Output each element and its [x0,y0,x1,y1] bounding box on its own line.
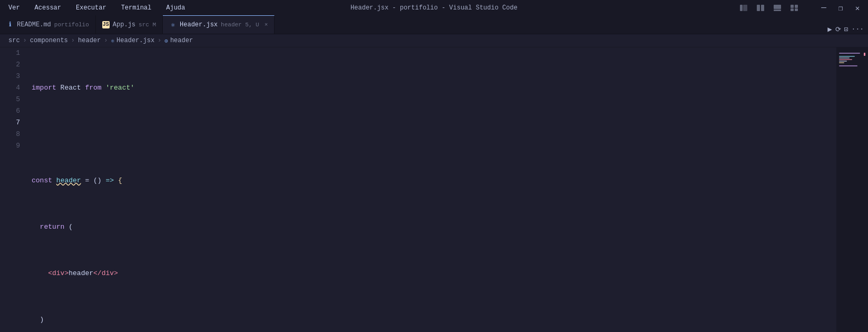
token-space-6 [64,221,69,233]
preview-icon[interactable]: ⟳ [835,25,841,34]
code-line-5: <div> header </div> [32,268,831,279]
minimap-line-7 [839,62,844,63]
svg-rect-6 [791,5,794,8]
svg-rect-0 [740,5,743,11]
tab-bar: ℹ README.md portifolio JS App.js src M ⚛… [0,16,868,34]
token-space-2 [102,82,106,94]
code-line-3: const header = () => { [32,175,831,187]
tab-headerjsx-sublabel: header 5, U [221,22,259,28]
token-react-str: 'react' [105,82,134,94]
token-space-5 [114,175,118,187]
minimap[interactable] [836,47,868,332]
tab-appjs[interactable]: JS App.js src M [96,15,163,34]
line-num-1: 1 [0,47,20,59]
breadcrumb-sep-1: › [23,37,27,44]
breadcrumb-sep-3: › [104,37,108,44]
token-import: import [32,82,56,94]
menu-executar[interactable]: Executar [73,3,110,13]
js-icon: JS [102,21,110,28]
token-space-3 [52,175,56,187]
tab-appjs-sublabel: src M [139,22,156,28]
token-eq: = [81,175,93,187]
minimap-line-1 [839,53,860,54]
token-div-open: <div> [48,268,69,279]
close-button[interactable]: ✕ [852,3,863,13]
window-controls[interactable]: — ❐ ✕ [738,3,863,13]
line-num-3: 3 [0,71,20,82]
tab-headerjsx[interactable]: ⚛ Header.jsx header 5, U × [163,15,275,34]
line-num-9: 9 [0,140,20,152]
minimap-error-indicator [864,53,865,56]
svg-rect-5 [774,9,781,11]
token-header-def: header [56,175,81,187]
token-indent-6 [32,314,40,326]
minimap-content [839,53,865,67]
svg-rect-4 [774,5,781,9]
main-area: 1 2 3 4 5 6 7 8 9 import React from 'rea… [0,47,868,332]
line-num-8: 8 [0,129,20,140]
line-num-6: 6 [0,105,20,117]
token-return: return [40,221,65,233]
minimap-line-4 [839,57,850,58]
line-num-7: 7 [0,117,20,129]
run-icon[interactable]: ▶ [827,25,832,34]
minimap-line-5 [839,59,852,60]
code-line-1: import React from 'react' [32,82,831,94]
readme-icon: ℹ [6,21,14,28]
tab-close-button[interactable]: × [265,22,268,28]
split-editor-icon[interactable]: ⊡ [844,25,849,34]
panel-toggle-icon[interactable] [772,3,783,13]
breadcrumb-file[interactable]: Header.jsx [116,37,154,44]
minimap-line-3 [839,56,855,57]
svg-rect-1 [743,5,747,11]
line-num-5: 5 [0,94,20,105]
menu-acessar[interactable]: Acessar [32,3,64,13]
title-bar: Ver Acessar Executar Terminal Ajuda Head… [0,0,868,16]
token-const: const [32,175,52,187]
breadcrumb-components[interactable]: components [30,37,68,44]
line-numbers: 1 2 3 4 5 6 7 8 9 [0,47,26,332]
more-actions-icon[interactable]: ··· [852,25,864,33]
svg-rect-8 [791,8,794,11]
breadcrumb-symbol[interactable]: header [170,37,193,44]
token-indent-5 [32,268,48,279]
menu-terminal[interactable]: Terminal [118,3,155,13]
svg-rect-3 [761,5,764,11]
layout-menu-icon[interactable] [789,3,799,13]
line-num-2: 2 [0,59,20,71]
token-div-close: </div> [93,268,118,279]
token-arrow: => [105,175,114,187]
token-div-content: header [69,268,93,279]
token-indent-4 [32,221,40,233]
code-line-4: return ( [32,221,831,233]
tab-appjs-label: App.js [113,21,135,28]
token-close-paren: ) [40,314,44,326]
menu-ajuda[interactable]: Ajuda [163,3,188,13]
line-num-4: 4 [0,82,20,94]
code-area[interactable]: import React from 'react' const header =… [26,47,836,332]
minimap-line-6 [839,61,847,62]
tab-readme[interactable]: ℹ README.md portifolio [0,15,96,34]
token-open-brace: { [118,175,122,187]
minimize-button[interactable]: — [818,3,829,13]
jsx-icon: ⚛ [169,21,177,28]
svg-rect-2 [757,5,760,11]
menu-ver[interactable]: Ver [5,3,23,13]
breadcrumb-symbol-icon: ⊙ [164,37,168,44]
breadcrumb-header-folder[interactable]: header [78,37,101,44]
editor-layout-icon[interactable] [755,3,766,13]
breadcrumb-src[interactable]: src [8,37,20,44]
svg-rect-7 [795,5,798,8]
token-parens: () [93,175,102,187]
sidebar-toggle-icon[interactable] [738,3,749,13]
editor[interactable]: 1 2 3 4 5 6 7 8 9 import React from 'rea… [0,47,868,332]
minimap-line-9 [839,65,857,66]
token-open-paren: ( [69,221,73,233]
menu-bar[interactable]: Ver Acessar Executar Terminal Ajuda [5,3,188,13]
code-line-2 [32,129,831,140]
tab-readme-label: README.md [17,21,51,28]
token-space-4 [102,175,106,187]
maximize-button[interactable]: ❐ [835,3,846,13]
breadcrumb-sep-4: › [158,37,161,44]
breadcrumb-sep-2: › [71,37,75,44]
